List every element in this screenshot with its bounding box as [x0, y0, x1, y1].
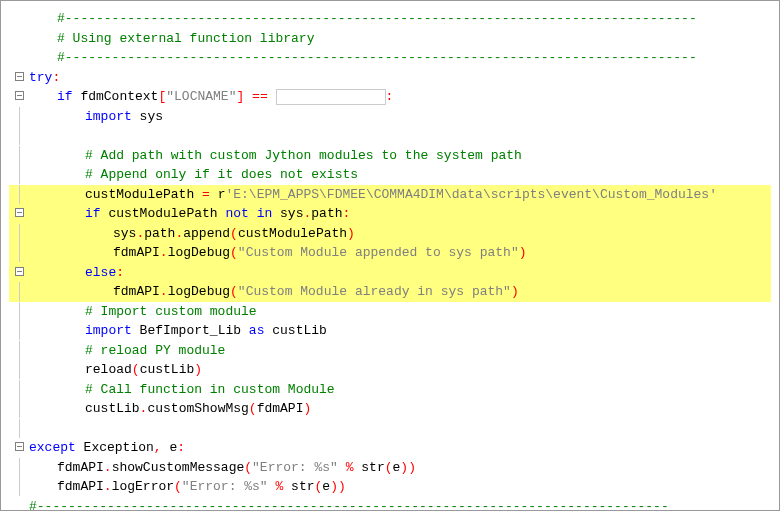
comment: # Append only if it does not exists: [85, 167, 358, 182]
code-line: #---------------------------------------…: [9, 9, 771, 29]
code-line-highlighted: sys.path.append(custModulePath): [9, 224, 771, 244]
code-line: # Append only if it does not exists: [9, 165, 771, 185]
code-line: # Using external function library: [9, 29, 771, 49]
code-line: [9, 126, 771, 146]
fold-marker-icon[interactable]: [15, 208, 24, 217]
code-line: [9, 419, 771, 439]
code-line-highlighted: else:: [9, 263, 771, 283]
code-line: custLib.customShowMsg(fdmAPI): [9, 399, 771, 419]
code-line-highlighted: fdmAPI.logDebug("Custom Module already i…: [9, 282, 771, 302]
comment: #---------------------------------------…: [57, 50, 697, 65]
code-line: import BefImport_Lib as custLib: [9, 321, 771, 341]
code-line: # Call function in custom Module: [9, 380, 771, 400]
fold-marker-icon[interactable]: [15, 91, 24, 100]
code-line-highlighted: custModulePath = r'E:\EPM_APPS\FDMEE\COM…: [9, 185, 771, 205]
code-line: #---------------------------------------…: [9, 497, 771, 512]
code-line-highlighted: fdmAPI.logDebug("Custom Module appended …: [9, 243, 771, 263]
comment: # Call function in custom Module: [85, 382, 335, 397]
code-line: # Add path with custom Jython modules to…: [9, 146, 771, 166]
code-line: reload(custLib): [9, 360, 771, 380]
comment: # Using external function library: [57, 31, 314, 46]
keyword: try: [29, 70, 52, 85]
keyword: import: [85, 109, 132, 124]
code-line: if fdmContext["LOCNAME"] == :: [9, 87, 771, 107]
code-line: # Import custom module: [9, 302, 771, 322]
fold-marker-icon[interactable]: [15, 442, 24, 451]
comment: # reload PY module: [85, 343, 225, 358]
code-line-highlighted: if custModulePath not in sys.path:: [9, 204, 771, 224]
code-editor: #---------------------------------------…: [9, 9, 771, 511]
comment: #---------------------------------------…: [29, 499, 669, 512]
code-line: # reload PY module: [9, 341, 771, 361]
comment: # Add path with custom Jython modules to…: [85, 148, 522, 163]
fold-marker-icon[interactable]: [15, 267, 24, 276]
code-line: fdmAPI.showCustomMessage("Error: %s" % s…: [9, 458, 771, 478]
code-line: except Exception, e:: [9, 438, 771, 458]
redacted-value: [276, 89, 386, 105]
code-line: #---------------------------------------…: [9, 48, 771, 68]
comment: #---------------------------------------…: [57, 11, 697, 26]
code-line: import sys: [9, 107, 771, 127]
code-line: try:: [9, 68, 771, 88]
fold-marker-icon[interactable]: [15, 72, 24, 81]
keyword: if: [57, 89, 73, 104]
comment: # Import custom module: [85, 304, 257, 319]
code-line: fdmAPI.logError("Error: %s" % str(e)): [9, 477, 771, 497]
